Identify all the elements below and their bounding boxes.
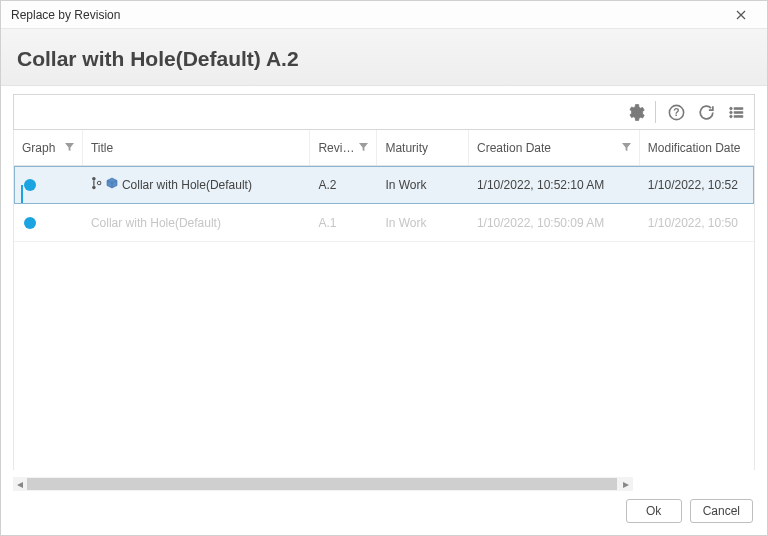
scrollbar-thumb[interactable] <box>27 478 617 490</box>
filter-icon <box>622 143 631 152</box>
svg-point-9 <box>92 186 96 190</box>
table-header: Graph Title Revi… Maturity Creation Date… <box>14 130 754 166</box>
col-creation-label: Creation Date <box>477 141 551 155</box>
toolbar: ? <box>13 94 755 130</box>
toolbar-separator <box>655 101 656 123</box>
close-button[interactable] <box>723 3 759 27</box>
row-title: Collar with Hole(Default) <box>122 178 252 192</box>
dialog-footer: Ok Cancel <box>626 499 753 523</box>
graph-node-icon <box>24 179 36 191</box>
titlebar: Replace by Revision <box>1 1 767 29</box>
part-icon <box>106 177 118 192</box>
row-creation: 1/10/2022, 10:50:09 AM <box>469 204 640 241</box>
refresh-icon[interactable] <box>694 100 718 124</box>
col-maturity[interactable]: Maturity <box>377 130 469 165</box>
help-icon[interactable]: ? <box>664 100 688 124</box>
filter-icon <box>359 143 368 152</box>
row-modification: 1/10/2022, 10:50 <box>640 204 754 241</box>
col-maturity-label: Maturity <box>385 141 428 155</box>
svg-point-8 <box>92 177 96 181</box>
row-revision: A.1 <box>310 204 377 241</box>
graph-cell <box>14 204 83 241</box>
col-creation[interactable]: Creation Date <box>469 130 640 165</box>
col-graph[interactable]: Graph <box>14 130 83 165</box>
gear-icon[interactable] <box>623 100 647 124</box>
revision-branch-icon <box>91 176 102 193</box>
col-title-label: Title <box>91 141 113 155</box>
row-maturity: In Work <box>377 204 469 241</box>
col-modification[interactable]: Modification Date <box>640 130 754 165</box>
svg-rect-3 <box>734 107 743 109</box>
scroll-right-icon[interactable]: ▸ <box>619 477 633 491</box>
cancel-button[interactable]: Cancel <box>690 499 753 523</box>
graph-node-icon <box>24 217 36 229</box>
col-revision-label: Revi… <box>318 141 354 155</box>
graph-edge <box>21 185 23 203</box>
title-cell: Collar with Hole(Default) <box>83 204 311 241</box>
svg-rect-7 <box>734 115 743 117</box>
revision-table: Graph Title Revi… Maturity Creation Date… <box>13 130 755 470</box>
svg-point-6 <box>729 115 732 118</box>
page-title: Collar with Hole(Default) A.2 <box>17 47 751 71</box>
list-settings-icon[interactable] <box>724 100 748 124</box>
row-revision: A.2 <box>310 166 377 203</box>
row-title: Collar with Hole(Default) <box>91 216 221 230</box>
svg-text:?: ? <box>673 107 679 118</box>
row-modification: 1/10/2022, 10:52 <box>640 166 754 203</box>
graph-cell <box>14 166 83 203</box>
table-body: Collar with Hole(Default) A.2 In Work 1/… <box>14 166 754 242</box>
dialog-header: Collar with Hole(Default) A.2 <box>1 29 767 86</box>
horizontal-scrollbar[interactable]: ◂ ▸ <box>13 477 633 491</box>
title-cell: Collar with Hole(Default) <box>83 166 311 203</box>
svg-point-4 <box>729 111 732 114</box>
row-maturity: In Work <box>377 166 469 203</box>
col-revision[interactable]: Revi… <box>310 130 377 165</box>
row-creation: 1/10/2022, 10:52:10 AM <box>469 166 640 203</box>
svg-rect-5 <box>734 111 743 113</box>
ok-button[interactable]: Ok <box>626 499 682 523</box>
filter-icon <box>65 143 74 152</box>
col-title[interactable]: Title <box>83 130 310 165</box>
window-title: Replace by Revision <box>11 8 120 22</box>
col-modification-label: Modification Date <box>648 141 741 155</box>
col-graph-label: Graph <box>22 141 55 155</box>
scroll-left-icon[interactable]: ◂ <box>13 477 27 491</box>
table-row[interactable]: Collar with Hole(Default) A.2 In Work 1/… <box>14 166 754 204</box>
svg-point-10 <box>97 181 101 185</box>
table-row[interactable]: Collar with Hole(Default) A.1 In Work 1/… <box>14 204 754 242</box>
svg-point-2 <box>729 107 732 110</box>
